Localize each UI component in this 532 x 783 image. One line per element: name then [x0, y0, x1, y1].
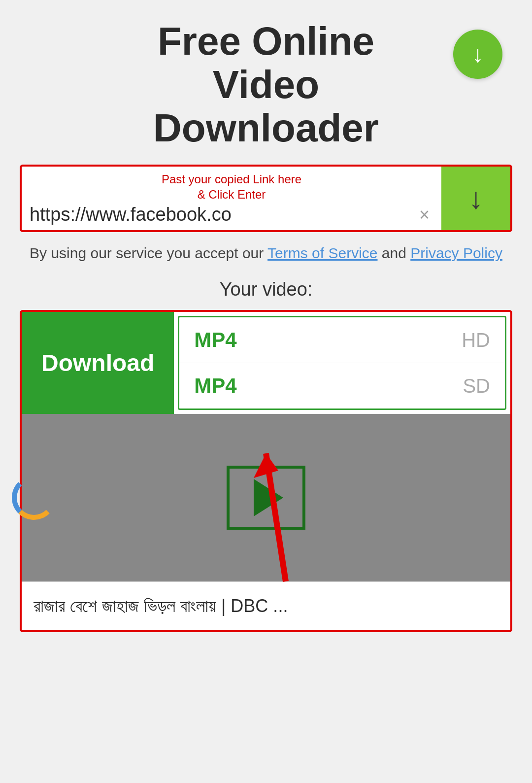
page-title: Free Online Video Downloader	[153, 20, 379, 150]
url-input-section: Past your copied Link here & Click Enter…	[20, 165, 512, 232]
header-area: Free Online Video Downloader ↓	[20, 20, 512, 150]
format-quality-hd: HD	[462, 329, 490, 351]
format-option-hd[interactable]: MP4 HD	[179, 317, 505, 363]
download-button[interactable]: Download	[22, 312, 174, 414]
video-title-bar: রাজার বেশে জাহাজ ভিড়ল বাংলায় | DBC ...	[22, 581, 510, 630]
url-hint: Past your copied Link here & Click Enter	[30, 171, 433, 202]
terms-link[interactable]: Terms of Service	[267, 245, 377, 261]
format-option-sd[interactable]: MP4 SD	[179, 363, 505, 409]
format-name-hd: MP4	[194, 328, 236, 352]
download-circle-button[interactable]: ↓	[453, 30, 502, 79]
privacy-link[interactable]: Privacy Policy	[410, 245, 502, 261]
url-clear-button[interactable]: ×	[415, 206, 433, 224]
terms-text: By using our service you accept our Term…	[30, 242, 502, 264]
circle-arrow-icon: ↓	[472, 42, 484, 66]
url-input-inner: Past your copied Link here & Click Enter…	[22, 167, 441, 230]
format-name-sd: MP4	[194, 374, 236, 398]
loading-spinner	[12, 476, 56, 520]
url-submit-button[interactable]: ↓	[441, 167, 510, 230]
url-input-row: ×	[30, 204, 433, 225]
play-icon-box[interactable]	[227, 466, 305, 530]
your-video-label: Your video:	[220, 279, 313, 300]
format-quality-sd: SD	[463, 375, 490, 397]
play-triangle-icon	[254, 479, 283, 516]
format-dropdown: MP4 HD MP4 SD	[178, 316, 506, 410]
video-thumbnail	[22, 414, 510, 581]
submit-arrow-icon: ↓	[468, 184, 483, 213]
video-top-row: Download MP4 HD MP4 SD	[22, 312, 510, 414]
url-text-input[interactable]	[30, 204, 410, 225]
page-container: Free Online Video Downloader ↓ Past your…	[0, 0, 532, 783]
video-card: Download MP4 HD MP4 SD	[20, 310, 512, 632]
